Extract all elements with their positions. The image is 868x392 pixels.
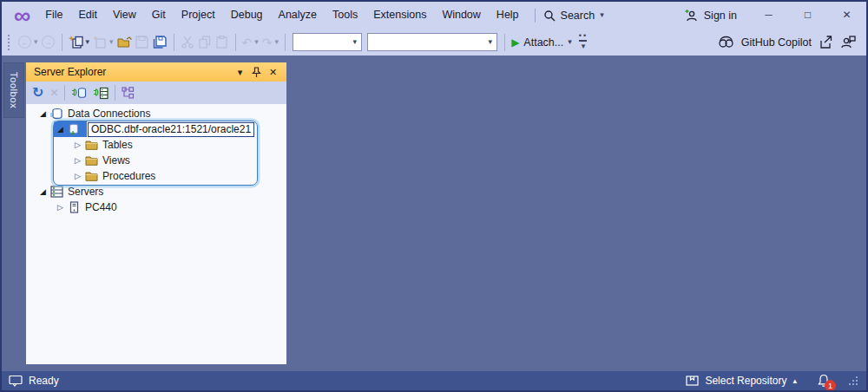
back-arrow-icon: ← bbox=[18, 36, 31, 49]
save-icon bbox=[135, 36, 148, 49]
status-bar: Ready Select Repository ▴ 1 bbox=[2, 371, 866, 390]
refresh-button[interactable]: ↻ bbox=[32, 86, 43, 100]
toolbar-separator bbox=[64, 85, 65, 101]
minimize-button[interactable]: ─ bbox=[749, 2, 788, 29]
cut-button[interactable] bbox=[179, 32, 196, 53]
share-icon[interactable] bbox=[819, 36, 833, 49]
visual-studio-window: ∞ File Edit View Git Project Debug Analy… bbox=[0, 0, 868, 392]
select-repository-button[interactable]: Select Repository bbox=[705, 375, 786, 387]
menu-edit[interactable]: Edit bbox=[70, 2, 105, 29]
folder-icon bbox=[84, 138, 98, 152]
collapsed-triangle-icon[interactable]: ▷ bbox=[71, 172, 84, 180]
pin-icon[interactable] bbox=[248, 67, 265, 78]
menu-extensions[interactable]: Extensions bbox=[365, 2, 434, 29]
window-position-caret-icon[interactable]: ▾ bbox=[232, 67, 248, 78]
menu-view[interactable]: View bbox=[105, 2, 144, 29]
collapsed-triangle-icon[interactable]: ▷ bbox=[71, 156, 84, 165]
collapsed-triangle-icon[interactable]: ▷ bbox=[54, 203, 67, 212]
attach-run-button[interactable]: ▶ Attach... ▾ bbox=[510, 32, 574, 53]
repository-caret-up-icon: ▴ bbox=[792, 377, 797, 385]
search-caret-icon: ▾ bbox=[600, 11, 604, 19]
object-explorer-hierarchy-button[interactable] bbox=[122, 87, 135, 99]
copy-button[interactable] bbox=[196, 32, 214, 53]
database-connection-icon bbox=[67, 122, 81, 136]
combo-caret-icon: ▾ bbox=[489, 38, 493, 46]
toolbar-overflow-button[interactable]: •• ▾ bbox=[579, 34, 588, 50]
attach-label: Attach... bbox=[522, 36, 565, 49]
solution-configurations-dropdown[interactable]: ▾ bbox=[293, 33, 362, 51]
title-bar: ∞ File Edit View Git Project Debug Analy… bbox=[2, 2, 866, 29]
save-all-button[interactable] bbox=[151, 32, 169, 53]
new-project-icon bbox=[69, 36, 83, 49]
menu-git[interactable]: Git bbox=[144, 2, 174, 29]
navigate-back-button[interactable]: ← ▾ bbox=[16, 32, 40, 53]
expanded-triangle-icon[interactable]: ◢ bbox=[36, 187, 49, 196]
send-feedback-icon[interactable] bbox=[840, 36, 856, 49]
menu-help[interactable]: Help bbox=[489, 2, 527, 29]
collapsed-triangle-icon[interactable]: ▷ bbox=[71, 140, 84, 149]
tree-item-pc440[interactable]: ▷ PC440 bbox=[26, 199, 286, 215]
connection-name-edit-field[interactable]: ODBC.dbf-oracle21:1521/oracle21 bbox=[88, 122, 254, 137]
open-folder-icon bbox=[117, 36, 132, 49]
sign-in-button[interactable]: Sign in bbox=[685, 9, 737, 23]
paste-button[interactable] bbox=[214, 32, 231, 53]
connect-to-server-button[interactable] bbox=[93, 87, 108, 100]
overflow-caret-icon: ▾ bbox=[582, 42, 586, 50]
copy-icon bbox=[199, 36, 211, 49]
left-dock-strip: Toolbox bbox=[2, 56, 26, 371]
menu-debug[interactable]: Debug bbox=[223, 2, 271, 29]
tree-item-procedures[interactable]: ▷ Procedures bbox=[26, 168, 286, 184]
expanded-triangle-icon[interactable]: ◢ bbox=[54, 125, 67, 134]
toolbar-drag-grip[interactable] bbox=[8, 35, 11, 50]
add-item-caret-icon: ▾ bbox=[109, 38, 114, 46]
servers-icon bbox=[49, 185, 63, 199]
menu-window[interactable]: Window bbox=[434, 2, 488, 29]
github-copilot-button[interactable]: GitHub Copilot bbox=[741, 36, 812, 49]
visual-studio-logo-icon: ∞ bbox=[14, 5, 30, 26]
computer-icon bbox=[67, 200, 81, 214]
search-icon bbox=[543, 10, 556, 22]
menu-analyze[interactable]: Analyze bbox=[271, 2, 325, 29]
data-connections-icon bbox=[49, 107, 63, 121]
solution-platforms-dropdown[interactable]: ▾ bbox=[367, 33, 497, 51]
toolbar-separator bbox=[285, 34, 286, 51]
navigate-forward-button[interactable]: → bbox=[40, 32, 57, 53]
connect-to-database-button[interactable] bbox=[71, 87, 87, 100]
tree-item-odbc-connection[interactable]: ◢ ODBC.dbf-oracle21:1521/oracle21 bbox=[26, 121, 286, 137]
toolbox-tab-label: Toolbox bbox=[9, 72, 19, 108]
menu-file[interactable]: File bbox=[37, 2, 70, 29]
panel-title: Server Explorer bbox=[34, 66, 232, 78]
save-button[interactable] bbox=[134, 32, 151, 53]
undo-button[interactable]: ↶ ▾ bbox=[240, 32, 260, 53]
statusbar-right-group: Select Repository ▴ 1 bbox=[686, 374, 858, 388]
save-all-icon bbox=[153, 36, 168, 49]
add-user-icon bbox=[685, 9, 699, 23]
menu-tools[interactable]: Tools bbox=[325, 2, 365, 29]
server-explorer-panel: Server Explorer ▾ ✕ ↻ ✕ bbox=[26, 62, 286, 364]
notifications-button[interactable]: 1 bbox=[817, 374, 831, 388]
tree-item-label: Procedures bbox=[102, 170, 155, 182]
tree-item-data-connections[interactable]: ◢ Data Connections bbox=[26, 106, 286, 121]
add-new-item-button[interactable]: ▾ bbox=[91, 32, 115, 53]
feedback-bubble-icon[interactable] bbox=[9, 375, 23, 387]
tree-item-views[interactable]: ▷ Views bbox=[26, 153, 286, 168]
stop-refresh-button[interactable]: ✕ bbox=[49, 88, 58, 98]
maximize-button[interactable]: □ bbox=[788, 2, 827, 29]
tree-item-tables[interactable]: ▷ Tables bbox=[26, 137, 286, 153]
close-button[interactable]: ✕ bbox=[827, 2, 866, 29]
search-control[interactable]: Search ▾ bbox=[543, 10, 604, 22]
open-folder-button[interactable] bbox=[115, 32, 134, 53]
tree-item-servers[interactable]: ◢ Servers bbox=[26, 184, 286, 199]
resize-grip[interactable] bbox=[849, 376, 858, 385]
play-icon: ▶ bbox=[511, 37, 519, 48]
toolbar-right-group: GitHub Copilot bbox=[718, 36, 856, 49]
server-explorer-title-bar[interactable]: Server Explorer ▾ ✕ bbox=[26, 62, 286, 82]
redo-caret-icon: ▾ bbox=[275, 38, 279, 46]
expanded-triangle-icon[interactable]: ◢ bbox=[36, 109, 49, 118]
menu-project[interactable]: Project bbox=[174, 2, 223, 29]
toolbox-tab[interactable]: Toolbox bbox=[3, 62, 24, 118]
redo-button[interactable]: ↷ ▾ bbox=[260, 32, 280, 53]
new-project-button[interactable]: ▾ bbox=[67, 32, 92, 53]
close-panel-icon[interactable]: ✕ bbox=[265, 67, 281, 78]
undo-caret-icon: ▾ bbox=[254, 38, 259, 46]
